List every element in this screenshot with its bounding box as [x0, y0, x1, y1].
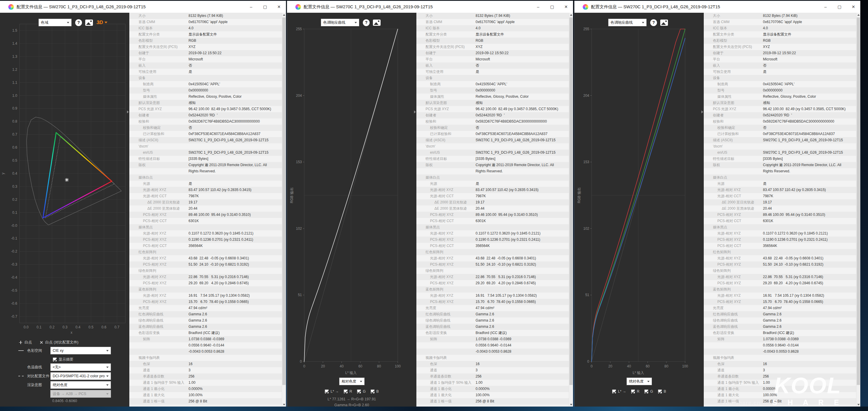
info-row: 媒体属性Reflective, Glossy, Positive, Color [704, 94, 857, 100]
info-row-label: PCS-相对 XYZ [430, 299, 454, 305]
svg-text:80: 80 [664, 364, 669, 369]
info-row-value: 43.68 22.48 -0.05 (xy 0.6608 0.3401) [475, 255, 536, 261]
info-row-label: PCS-相对 XYZ [430, 261, 454, 268]
channel-r-checkbox[interactable] [631, 389, 635, 393]
svg-text:0.9: 0.9 [12, 106, 17, 111]
info-row-label: PCS-相对 CCT [717, 243, 741, 249]
channel-b-checkbox[interactable] [371, 389, 375, 393]
info-row-label: 视频卡伽玛表 [426, 355, 447, 361]
info-row-label: 通道 1 唯一值 [143, 398, 164, 405]
minimize-button[interactable]: – [818, 1, 833, 13]
info-row-value: 0.1190 0.1236 0.2701 (xy 0.2321 0.2411) [763, 237, 828, 243]
whitepoint-plus-icon [19, 341, 22, 344]
colorspace-select[interactable]: CIE xy [50, 347, 111, 354]
channel-g-checkbox[interactable] [644, 389, 648, 393]
scroll-thumb[interactable] [857, 18, 860, 385]
info-row-value: 否 [763, 125, 767, 131]
info-row-label: 色深 [143, 361, 150, 367]
info-row-value: 0x6170706C 'appl' Apple [188, 19, 227, 25]
colorimetry-mode-select[interactable]: 相对色度 [339, 378, 365, 385]
svg-text:153: 153 [296, 160, 302, 164]
channel-r-checkbox[interactable] [344, 389, 348, 393]
info-row-value: 8132 Bytes (7.94 KiB) [475, 13, 510, 19]
splitter-collapse-icon[interactable] [702, 111, 703, 113]
view-select[interactable]: 色调响应曲线 [321, 19, 359, 26]
info-row: 设备 [129, 75, 282, 81]
channel-b-checkbox[interactable] [658, 389, 662, 393]
info-row-value: 15.70 6.70 78.40 (xy 0.1558 0.0665) [188, 299, 249, 305]
info-row: 通道 1 伽玛值于 50% 输入1.00 [129, 380, 282, 386]
maximize-button[interactable]: ▢ [545, 1, 559, 13]
close-button[interactable]: ✕ [846, 1, 860, 13]
splitter-collapse-icon[interactable] [127, 111, 129, 113]
info-row: 光源-相对 CCT7987K [129, 193, 282, 199]
info-row-label: 通道 1 伽玛值于 50% 输入 [430, 380, 471, 386]
channel-g-checkbox[interactable] [357, 389, 361, 393]
view-select-value: 色域 [41, 20, 48, 25]
view-select[interactable]: 色调响应曲线 [608, 19, 647, 26]
channel-lstar-checkbox[interactable] [612, 389, 616, 393]
info-row: PCS 光源 XYZ96.42 100.00 82.49 (xy 0.3457 … [704, 106, 857, 112]
save-image-icon[interactable] [373, 20, 380, 26]
colorimetry-mode-select[interactable]: 绝对色度 [626, 378, 652, 385]
view-select[interactable]: 色域 [38, 19, 72, 26]
scroll-thumb[interactable] [569, 18, 572, 385]
info-row-value: RGB [763, 38, 771, 44]
info-row-value: Gamma 2.6 [475, 311, 494, 317]
svg-text:60: 60 [646, 364, 650, 369]
info-row-label: 色彩适应变换 [138, 330, 160, 336]
info-row-label: en/US [430, 150, 440, 156]
tone-response-curve-plot[interactable]: 051102153204255020406080100L* 输入RGB 输出 [575, 13, 704, 407]
info-row-value: 83.47 100.57 110.42 (xy 0.2835 0.3415) [188, 187, 252, 193]
info-row-value: 43.68 22.48 -0.05 (xy 0.6608 0.3401) [763, 255, 823, 261]
scroll-up-icon[interactable] [283, 14, 285, 16]
info-row: 平台Microsoft [129, 56, 282, 62]
info-row-label: PCS-相对 CCT [430, 218, 454, 224]
info-row: 可独立使用是 [704, 69, 857, 75]
scroll-up-icon[interactable] [570, 14, 572, 16]
scroll-down-icon[interactable] [570, 404, 572, 405]
save-image-icon[interactable] [660, 20, 668, 26]
scroll-up-icon[interactable] [857, 14, 860, 16]
save-image-icon[interactable] [85, 20, 93, 26]
maximize-button[interactable]: ▢ [833, 1, 846, 13]
info-row: 光源-相对 XYZ83.47 100.57 110.42 (xy 0.2835 … [129, 187, 282, 193]
info-row: 光源是 [416, 181, 569, 187]
tone-response-curve-plot[interactable]: 051102153204255020406080100L* 输入RGB 输出 [287, 13, 416, 407]
minimize-button[interactable]: – [531, 1, 545, 13]
minimize-button[interactable]: – [244, 1, 258, 13]
info-row: 通道 1 最小化0.0000% [416, 386, 569, 392]
channel-lstar-checkbox[interactable] [324, 389, 329, 393]
info-row: PCS-相对 XYZ29.20 69.20 4.20 (xy 0.2846 0.… [704, 280, 857, 286]
info-row-label: 可独立使用 [713, 69, 731, 75]
svg-text:L* 输入: L* 输入 [345, 371, 357, 375]
scroll-thumb[interactable] [282, 18, 286, 385]
scrollbar[interactable] [569, 13, 573, 407]
help-icon[interactable]: ? [650, 19, 657, 26]
scrollbar[interactable] [856, 13, 860, 407]
info-row-value: -0.0043 0.0053 0.8628 [475, 349, 512, 355]
window-profile-info-trc-relative: i 配置文件信息 — SW270C 1_P3_DCI-P3_L48_G26_20… [287, 1, 573, 407]
render-intent-select[interactable]: 绝对色度 [50, 381, 111, 389]
temperature-curve-select[interactable]: <无> [50, 363, 111, 371]
info-row-label: 通道 [143, 367, 150, 373]
close-button[interactable]: ✕ [272, 1, 286, 13]
compare-profile-select[interactable]: DCI-P3/SMPTE-431-2 color pro [50, 372, 111, 380]
scroll-down-icon[interactable] [283, 404, 285, 405]
info-row-label: 'dscm' [713, 143, 723, 150]
close-button[interactable]: ✕ [559, 1, 573, 13]
info-row-label: 首选 CMM [138, 19, 155, 25]
desktop-background [0, 407, 868, 411]
colorspace-row: 色彩空间 CIE xy [0, 347, 129, 354]
help-icon[interactable]: ? [75, 19, 82, 26]
help-icon[interactable]: ? [363, 19, 370, 26]
splitter-collapse-icon[interactable] [414, 111, 416, 113]
scrollbar[interactable] [282, 13, 286, 407]
info-row-label: 光源-相对 XYZ [143, 293, 166, 299]
svg-text:0.5: 0.5 [89, 325, 94, 329]
svg-text:1.5: 1.5 [12, 28, 17, 33]
info-row-label: 通道 1 最大化 [717, 392, 739, 398]
show-summary-checkbox[interactable] [53, 357, 57, 361]
view-3d-button[interactable]: 3D [96, 20, 107, 26]
maximize-button[interactable]: ▢ [258, 1, 272, 13]
